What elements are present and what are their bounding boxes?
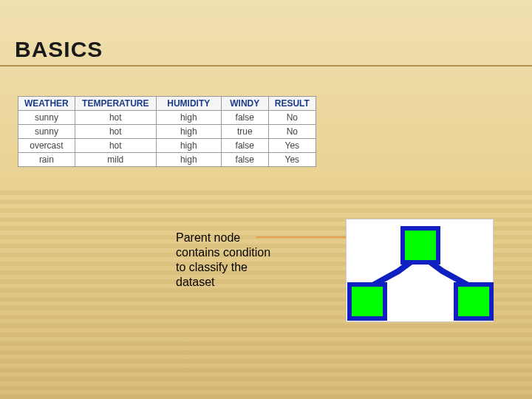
cell: rain [18,153,75,167]
col-temperature: TEMPERATURE [75,97,156,111]
col-humidity: HUMIDITY [156,97,221,111]
child-node-icon [456,284,491,318]
cell: high [156,111,221,125]
cell: high [156,153,221,167]
child-node-icon [349,284,385,318]
tree-diagram [346,219,494,322]
cell: high [156,125,221,139]
table-row: sunny hot high false No [18,111,316,125]
cell: false [221,153,268,167]
title-underline [0,65,532,66]
col-result: RESULT [268,97,316,111]
page-title: BASICS [15,37,103,62]
cell: hot [75,139,156,153]
table-header-row: WEATHER TEMPERATURE HUMIDITY WINDY RESUL… [18,97,316,111]
cell: No [268,125,316,139]
cell: true [221,125,268,139]
col-weather: WEATHER [18,97,75,111]
cell: Yes [268,153,316,167]
cell: false [221,139,268,153]
col-windy: WINDY [221,97,268,111]
cell: false [221,111,268,125]
cell: high [156,139,221,153]
table-row: rain mild high false Yes [18,153,316,167]
cell: sunny [18,125,75,139]
cell: mild [75,153,156,167]
cell: hot [75,111,156,125]
cell: Yes [268,139,316,153]
cell: No [268,111,316,125]
table-row: sunny hot high true No [18,125,316,139]
parent-node-icon [403,228,438,262]
dataset-table: WEATHER TEMPERATURE HUMIDITY WINDY RESUL… [18,96,316,167]
cell: overcast [18,139,75,153]
cell: hot [75,125,156,139]
tree-caption: Parent node contains condition to classi… [176,231,272,290]
table-row: overcast hot high false Yes [18,139,316,153]
cell: sunny [18,111,75,125]
